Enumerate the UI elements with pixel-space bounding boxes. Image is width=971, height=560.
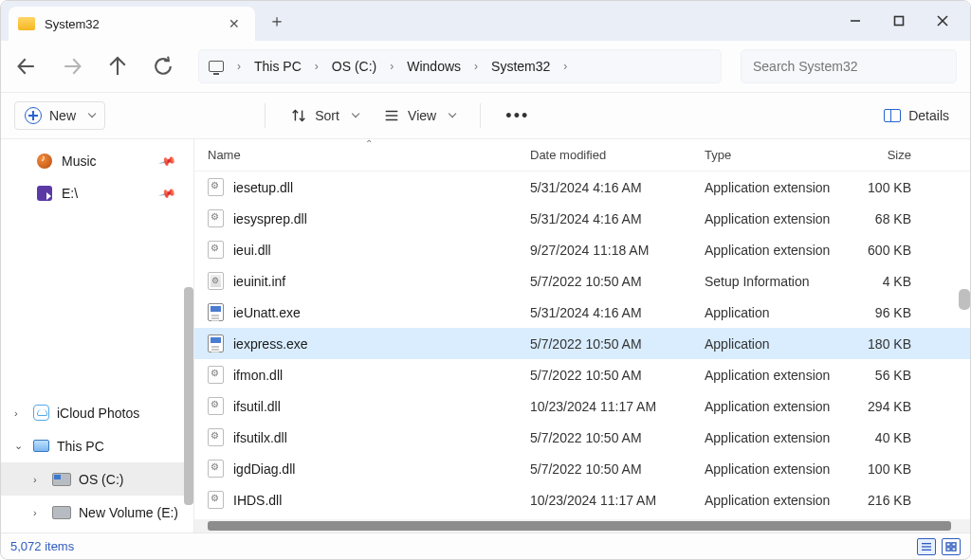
chevron-down-icon [352, 110, 360, 118]
more-button[interactable]: ••• [498, 100, 537, 132]
col-size[interactable]: Size [839, 148, 930, 162]
tree-item[interactable]: ⌄This PC [1, 429, 193, 462]
chevron-down-icon [88, 110, 97, 118]
sidebar-item[interactable]: E:\📌 [1, 177, 193, 209]
svg-rect-31 [952, 547, 956, 550]
tree-item-label: iCloud Photos [57, 406, 139, 421]
file-date: 5/7/2022 10:50 AM [517, 461, 691, 477]
plus-circle-icon [25, 107, 42, 124]
tree-arrow-icon[interactable]: › [14, 407, 26, 419]
file-scrollbar[interactable] [959, 289, 970, 310]
music-icon [37, 154, 52, 169]
address-bar[interactable]: › This PC › OS (C:) › Windows › System32… [198, 49, 722, 83]
file-name: ieuinit.inf [233, 274, 285, 289]
toolbar: New A Sort View ••• Details [1, 92, 970, 139]
chevron-right-icon[interactable]: › [229, 60, 248, 73]
table-row[interactable]: ieuinit.inf 5/7/2022 10:50 AM Setup Info… [194, 265, 970, 297]
chevron-right-icon[interactable]: › [467, 60, 486, 73]
item-count: 5,072 items [10, 539, 74, 553]
table-row[interactable]: ifsutilx.dll 5/7/2022 10:50 AM Applicati… [194, 422, 970, 453]
sort-caret-icon: ⌃ [365, 139, 373, 149]
file-size: 68 KB [839, 211, 930, 226]
file-name: ifmon.dll [233, 368, 283, 383]
file-date: 5/7/2022 10:50 AM [517, 336, 691, 352]
file-type: Application extension [691, 211, 839, 226]
table-row[interactable]: IHDS.dll 10/23/2024 11:17 AM Application… [194, 484, 970, 515]
table-row[interactable]: iesetup.dll 5/31/2024 4:16 AM Applicatio… [194, 172, 970, 203]
crumb-windows[interactable]: Windows [405, 57, 463, 76]
table-row[interactable]: ifmon.dll 5/7/2022 10:50 AM Application … [194, 359, 970, 390]
back-button[interactable] [14, 54, 39, 79]
file-type: Application extension [691, 493, 839, 508]
table-row[interactable]: ieUnatt.exe 5/31/2024 4:16 AM Applicatio… [194, 297, 970, 328]
sidebar-scrollbar[interactable] [184, 287, 193, 505]
col-date[interactable]: Date modified [517, 148, 691, 162]
close-button[interactable] [921, 5, 964, 37]
tree-arrow-icon[interactable]: › [33, 507, 45, 518]
table-row[interactable]: iexpress.exe 5/7/2022 10:50 AM Applicati… [194, 328, 970, 359]
file-icon [208, 366, 224, 384]
pc-icon [209, 61, 224, 72]
tab[interactable]: System32 ✕ [9, 7, 255, 41]
file-type: Application extension [691, 430, 839, 445]
file-icon [208, 460, 224, 478]
crumb-thispc[interactable]: This PC [252, 57, 303, 76]
tree-item-label: This PC [57, 439, 104, 454]
file-size: 100 KB [839, 461, 930, 477]
refresh-button[interactable] [151, 54, 175, 79]
tree-arrow-icon[interactable]: › [33, 474, 45, 485]
tree-item[interactable]: ›OS (C:) [1, 462, 193, 496]
status-bar: 5,072 items [1, 533, 970, 559]
thumbnails-view-icon[interactable] [942, 538, 961, 555]
file-type: Application [691, 336, 839, 352]
col-type[interactable]: Type [691, 148, 839, 162]
details-view-icon[interactable] [917, 538, 936, 555]
file-icon [208, 178, 224, 196]
new-tab-button[interactable]: ＋ [261, 5, 293, 37]
table-row[interactable]: igdDiag.dll 5/7/2022 10:50 AM Applicatio… [194, 453, 970, 484]
view-button[interactable]: View [376, 101, 463, 130]
search-input[interactable]: Search System32 [741, 49, 957, 83]
tab-close-icon[interactable]: ✕ [227, 16, 242, 31]
svg-rect-29 [952, 542, 956, 545]
file-name: iesetup.dll [233, 180, 293, 195]
chevron-right-icon[interactable]: › [556, 60, 575, 73]
file-date: 10/23/2024 11:17 AM [517, 399, 691, 414]
file-date: 5/31/2024 4:16 AM [517, 305, 691, 320]
chevron-right-icon[interactable]: › [307, 60, 326, 73]
tree-item[interactable]: ›New Volume (E:) [1, 496, 193, 529]
crumb-os[interactable]: OS (C:) [330, 57, 378, 76]
horizontal-scrollbar[interactable] [194, 519, 970, 533]
titlebar: System32 ✕ ＋ [1, 1, 970, 41]
file-name: ieUnatt.exe [233, 305, 301, 320]
file-date: 5/7/2022 10:50 AM [517, 430, 691, 445]
sort-button[interactable]: Sort [283, 101, 366, 130]
file-type: Application extension [691, 399, 839, 414]
details-pane-icon [884, 109, 901, 122]
col-name[interactable]: Name [194, 148, 517, 162]
file-size: 56 KB [839, 368, 930, 383]
details-pane-button[interactable]: Details [876, 102, 957, 129]
file-date: 5/31/2024 4:16 AM [517, 180, 691, 195]
maximize-button[interactable] [877, 5, 921, 37]
file-size: 216 KB [839, 493, 930, 508]
svg-rect-1 [895, 17, 904, 26]
tree-item[interactable]: ›iCloud Photos [1, 396, 193, 429]
file-icon [208, 209, 224, 227]
table-row[interactable]: ifsutil.dll 10/23/2024 11:17 AM Applicat… [194, 390, 970, 422]
up-button[interactable] [105, 54, 130, 79]
sidebar-item-label: E:\ [62, 186, 78, 201]
forward-button[interactable] [60, 54, 84, 79]
sidebar-item[interactable]: Music📌 [1, 145, 193, 177]
new-button[interactable]: New [14, 101, 105, 130]
chevron-right-icon[interactable]: › [382, 60, 401, 73]
file-type: Application extension [691, 461, 839, 477]
file-name: igdDiag.dll [233, 461, 295, 477]
file-date: 5/31/2024 4:16 AM [517, 211, 691, 226]
table-row[interactable]: ieui.dll 9/27/2024 11:18 AM Application … [194, 234, 970, 265]
table-row[interactable]: iesysprep.dll 5/31/2024 4:16 AM Applicat… [194, 203, 970, 234]
tree-arrow-icon[interactable]: ⌄ [14, 440, 26, 452]
pin-icon: 📌 [158, 152, 177, 171]
crumb-system32[interactable]: System32 [489, 57, 552, 76]
minimize-button[interactable] [834, 5, 877, 37]
